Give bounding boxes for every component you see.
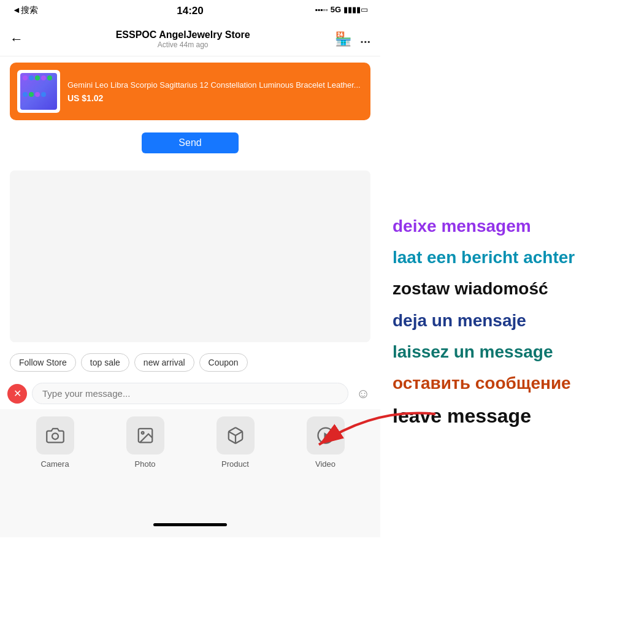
- svg-point-2: [141, 432, 144, 434]
- product-price: US $1.02: [67, 93, 363, 103]
- photo-label: Photo: [135, 459, 156, 469]
- store-name: ESSPOC AngelJewelry Store: [31, 29, 335, 40]
- camera-label: Camera: [40, 459, 69, 469]
- annotation-dutch: laat een bericht achter: [393, 245, 575, 269]
- annotation-russian: оставить сообщение: [393, 371, 571, 395]
- send-button[interactable]: Send: [142, 132, 238, 153]
- network-label: 5G: [331, 5, 341, 14]
- message-input[interactable]: [32, 383, 348, 404]
- chat-empty-space: [10, 171, 370, 342]
- store-active-status: Active 44m ago: [31, 40, 335, 49]
- media-camera[interactable]: Camera: [10, 416, 100, 469]
- status-icons: ▪▪▪▫▫ 5G ▮▮▮▮▭: [315, 5, 368, 14]
- annotation-spanish: deja un mensaje: [393, 309, 526, 332]
- header-icons: 🏪 ...: [335, 31, 370, 47]
- quick-reply-top-sale[interactable]: top sale: [81, 353, 129, 372]
- battery-icon: ▮▮▮▮▭: [343, 5, 368, 14]
- close-button[interactable]: ✕: [7, 384, 27, 404]
- annotation-panel: deixe mensagem laat een bericht achter z…: [380, 0, 644, 644]
- video-label: Video: [315, 459, 335, 469]
- chat-area: Gemini Leo Libra Scorpio Sagittarius 12 …: [0, 56, 380, 166]
- status-time: 14:20: [177, 5, 203, 17]
- photo-icon: [126, 416, 164, 454]
- quick-reply-coupon[interactable]: Coupon: [199, 353, 248, 372]
- product-info: Gemini Leo Libra Scorpio Sagittarius 12 …: [67, 80, 363, 103]
- status-bar: 14:20 ◄搜索 ▪▪▪▫▫ 5G ▮▮▮▮▭: [0, 0, 380, 22]
- back-search[interactable]: ◄搜索: [12, 5, 38, 16]
- quick-reply-follow-store[interactable]: Follow Store: [10, 353, 76, 372]
- message-input-row: ✕ ☺: [0, 378, 380, 409]
- store-page-icon[interactable]: 🏪: [335, 31, 351, 47]
- emoji-button[interactable]: ☺: [353, 384, 373, 404]
- annotation-polish: zostaw wiadomość: [393, 277, 548, 301]
- annotation-english: leave message: [393, 402, 531, 430]
- product-icon: [217, 416, 255, 454]
- svg-point-0: [52, 433, 58, 439]
- media-video[interactable]: Video: [280, 416, 370, 469]
- media-photo[interactable]: Photo: [100, 416, 190, 469]
- video-icon: [307, 416, 345, 454]
- camera-icon: [36, 416, 74, 454]
- product-label: Product: [221, 459, 249, 469]
- media-product[interactable]: Product: [190, 416, 280, 469]
- product-card-message: Gemini Leo Libra Scorpio Sagittarius 12 …: [10, 63, 370, 120]
- home-indicator: [153, 523, 227, 526]
- quick-reply-new-arrival[interactable]: new arrival: [134, 353, 194, 372]
- chat-header: ← ESSPOC AngelJewelry Store Active 44m a…: [0, 22, 380, 56]
- bottom-area: [0, 476, 380, 537]
- quick-replies: Follow Store top sale new arrival Coupon: [0, 347, 380, 378]
- store-info: ESSPOC AngelJewelry Store Active 44m ago: [31, 29, 335, 49]
- back-button[interactable]: ←: [10, 31, 23, 47]
- send-button-area: Send: [10, 126, 370, 159]
- signal-icon: ▪▪▪▫▫: [315, 6, 328, 14]
- product-title: Gemini Leo Libra Scorpio Sagittarius 12 …: [67, 80, 363, 91]
- annotation-french: laissez un message: [393, 340, 553, 364]
- svg-marker-5: [324, 432, 329, 439]
- annotation-portuguese: deixe mensagem: [393, 214, 531, 238]
- product-image: [17, 70, 60, 113]
- phone-frame: 14:20 ◄搜索 ▪▪▪▫▫ 5G ▮▮▮▮▭ ← ESSPOC AngelJ…: [0, 0, 380, 644]
- more-options-icon[interactable]: ...: [360, 32, 370, 46]
- media-options: Camera Photo Product: [0, 409, 380, 476]
